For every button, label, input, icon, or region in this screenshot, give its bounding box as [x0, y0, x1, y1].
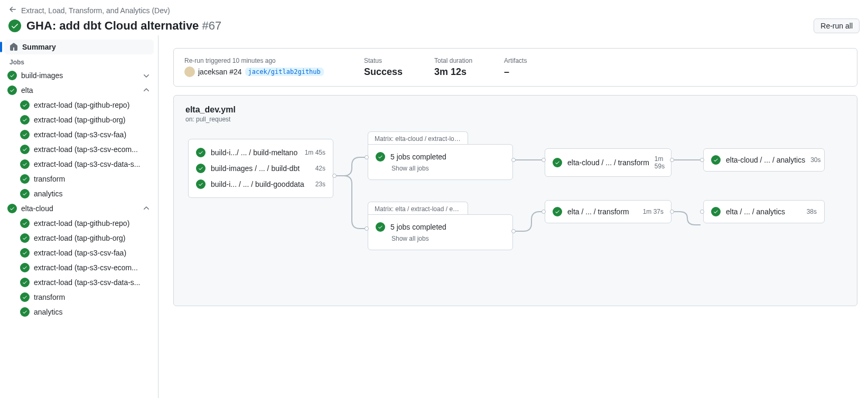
- breadcrumb[interactable]: Extract, Load, Transform, and Analytics …: [8, 5, 860, 15]
- sidebar-summary[interactable]: Summary: [4, 40, 154, 54]
- job-item[interactable]: extract-load (tap-github-repo): [4, 216, 154, 231]
- job-group-label: elta-cloud: [21, 204, 53, 213]
- build-node-time: 23s: [315, 181, 325, 188]
- status-label: Status: [364, 57, 403, 64]
- build-node-row[interactable]: build-i.../ ... / build-meltano1m 45s: [196, 145, 325, 160]
- job-item-label: extract-load (tap-s3-csv-ecom...: [34, 263, 138, 272]
- node-elta-transform[interactable]: elta / ... / transform 1m 37s: [545, 200, 671, 223]
- artifacts-value: –: [504, 67, 527, 78]
- chevron-icon: [142, 204, 151, 213]
- check-icon: [196, 164, 206, 173]
- check-icon: [20, 307, 30, 317]
- job-group-label: elta: [21, 86, 33, 94]
- job-item[interactable]: extract-load (tap-s3-csv-data-s...: [4, 157, 154, 172]
- node-elta-cloud-analytics[interactable]: elta-cloud / ... / analytics 30s: [703, 148, 825, 172]
- home-icon: [10, 43, 18, 51]
- node-elta-analytics[interactable]: elta / ... / analytics 38s: [703, 200, 825, 223]
- rerun-all-button[interactable]: Re-run all: [814, 18, 860, 33]
- check-icon: [20, 292, 30, 302]
- workflow-file[interactable]: elta_dev.yml: [185, 105, 845, 115]
- check-icon: [711, 155, 721, 165]
- jobs-section-label: Jobs: [4, 54, 154, 68]
- job-item[interactable]: analytics: [4, 186, 154, 201]
- job-item[interactable]: analytics: [4, 305, 154, 319]
- check-icon: [7, 71, 17, 80]
- job-item[interactable]: extract-load (tap-s3-csv-faa): [4, 127, 154, 142]
- job-item[interactable]: extract-load (tap-s3-csv-ecom...: [4, 260, 154, 275]
- chevron-icon: [142, 86, 151, 94]
- trigger-info: Re-run triggered 10 minutes ago: [184, 57, 332, 64]
- matrix-node-elta-cloud[interactable]: 5 jobs completed Show all jobs: [368, 144, 513, 180]
- duration-value: 3m 12s: [434, 67, 472, 78]
- check-icon: [376, 222, 385, 232]
- job-group-build-images[interactable]: build-images: [4, 68, 154, 83]
- check-icon: [553, 158, 562, 167]
- back-arrow-icon[interactable]: [8, 5, 17, 15]
- trigger-user[interactable]: jaceksan #24: [198, 68, 242, 76]
- topbar: Extract, Load, Transform, and Analytics …: [0, 0, 868, 35]
- matrix-tab-elta[interactable]: Matrix: elta / extract-load / extract...: [368, 202, 468, 215]
- check-icon: [376, 152, 385, 162]
- job-group-elta-cloud[interactable]: elta-cloud: [4, 201, 154, 216]
- matrix-node-elta[interactable]: 5 jobs completed Show all jobs: [368, 214, 513, 250]
- job-item[interactable]: extract-load (tap-s3-csv-faa): [4, 245, 154, 260]
- show-all-jobs-2[interactable]: Show all jobs: [376, 235, 505, 244]
- content-area: Re-run triggered 10 minutes ago jaceksan…: [158, 35, 868, 398]
- job-item[interactable]: transform: [4, 172, 154, 186]
- build-node-row[interactable]: build-images / ... / build-dbt42s: [196, 160, 325, 176]
- check-icon: [20, 219, 30, 228]
- check-icon: [20, 189, 30, 198]
- branch-tag[interactable]: jacek/gitlab2github: [245, 68, 324, 76]
- show-all-jobs-1[interactable]: Show all jobs: [376, 165, 505, 174]
- check-icon: [20, 159, 30, 169]
- check-icon: [20, 145, 30, 154]
- job-item[interactable]: extract-load (tap-s3-csv-data-s...: [4, 275, 154, 290]
- build-node-label: build-i.../ ... / build-meltano: [211, 148, 297, 157]
- job-group-label: build-images: [21, 71, 63, 80]
- check-icon: [7, 204, 17, 213]
- page-title: GHA: add dbt Cloud alternative #67: [26, 19, 221, 33]
- check-icon: [196, 148, 206, 157]
- job-item-label: extract-load (tap-github-org): [34, 116, 126, 124]
- job-item-label: transform: [34, 293, 65, 301]
- job-item[interactable]: extract-load (tap-github-org): [4, 112, 154, 127]
- run-info-box: Re-run triggered 10 minutes ago jaceksan…: [173, 48, 857, 87]
- job-item-label: extract-load (tap-s3-csv-faa): [34, 249, 126, 257]
- job-item-label: analytics: [34, 308, 62, 316]
- build-node-row[interactable]: build-i... / ... / build-gooddata23s: [196, 176, 325, 192]
- job-item-label: extract-load (tap-github-repo): [34, 219, 129, 228]
- job-item-label: extract-load (tap-s3-csv-faa): [34, 130, 126, 139]
- sidebar-summary-label: Summary: [22, 43, 56, 51]
- job-item-label: transform: [34, 175, 65, 183]
- status-check-icon: [8, 20, 21, 32]
- check-icon: [20, 174, 30, 184]
- job-item[interactable]: extract-load (tap-github-org): [4, 231, 154, 245]
- matrix-tab-elta-cloud[interactable]: Matrix: elta-cloud / extract-load / ...: [368, 131, 468, 145]
- breadcrumb-text[interactable]: Extract, Load, Transform, and Analytics …: [21, 6, 170, 15]
- matrix2-summary: 5 jobs completed: [390, 223, 446, 231]
- chevron-icon: [142, 71, 151, 80]
- job-item[interactable]: extract-load (tap-github-repo): [4, 98, 154, 112]
- job-item[interactable]: extract-load (tap-s3-csv-ecom...: [4, 142, 154, 157]
- sidebar: Summary Jobs build-imageseltaextract-loa…: [0, 35, 158, 398]
- artifacts-label: Artifacts: [504, 57, 527, 64]
- check-icon: [711, 207, 721, 216]
- check-icon: [20, 263, 30, 272]
- job-item-label: analytics: [34, 189, 62, 198]
- node-build-images[interactable]: build-i.../ ... / build-meltano1m 45sbui…: [188, 139, 333, 198]
- job-item-label: extract-load (tap-github-org): [34, 234, 126, 242]
- check-icon: [553, 207, 562, 216]
- duration-label: Total duration: [434, 57, 472, 64]
- workflow-graph-box: elta_dev.yml on: pull_request build-i...…: [173, 95, 857, 306]
- job-item-label: extract-load (tap-s3-csv-ecom...: [34, 145, 138, 154]
- workflow-trigger: on: pull_request: [185, 116, 845, 123]
- job-item[interactable]: transform: [4, 290, 154, 305]
- job-group-elta[interactable]: elta: [4, 83, 154, 98]
- avatar[interactable]: [184, 67, 195, 77]
- check-icon: [20, 248, 30, 258]
- job-item-label: extract-load (tap-github-repo): [34, 101, 129, 109]
- build-node-time: 42s: [315, 165, 325, 172]
- job-item-label: extract-load (tap-s3-csv-data-s...: [34, 160, 141, 168]
- node-elta-cloud-transform[interactable]: elta-cloud / ... / transform 1m 59s: [545, 148, 671, 177]
- build-node-label: build-i... / ... / build-gooddata: [211, 180, 304, 188]
